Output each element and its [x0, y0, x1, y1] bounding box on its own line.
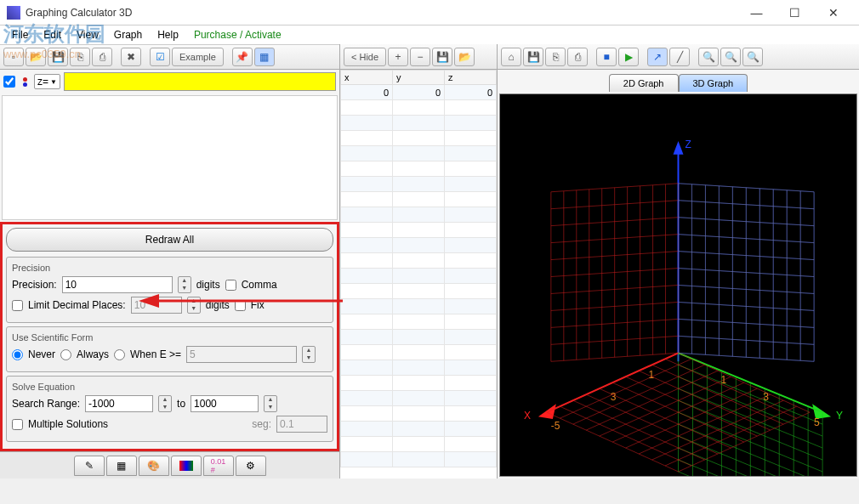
table-cell[interactable]	[393, 406, 445, 422]
comma-checkbox[interactable]	[225, 280, 236, 291]
tab-grid[interactable]: ▦	[106, 456, 137, 476]
table-cell[interactable]	[341, 406, 393, 422]
table-cell[interactable]	[393, 360, 445, 376]
menu-file[interactable]: File	[5, 27, 35, 42]
table-cell[interactable]	[393, 161, 445, 177]
range-from-input[interactable]	[85, 395, 153, 412]
open-button[interactable]: 📂	[26, 48, 46, 66]
equation-visible-checkbox[interactable]	[3, 76, 15, 88]
table-cell[interactable]	[445, 177, 497, 192]
precision-input[interactable]	[62, 276, 173, 293]
range-to-input[interactable]	[191, 395, 259, 412]
table-cell[interactable]	[393, 131, 445, 146]
table-cell[interactable]	[341, 131, 393, 146]
table-cell[interactable]	[445, 192, 497, 207]
table-cell[interactable]	[341, 223, 393, 238]
tab-2d-graph[interactable]: 2D Graph	[609, 74, 679, 92]
minimize-button[interactable]: —	[737, 1, 776, 25]
remove-row-button[interactable]: −	[410, 48, 430, 66]
table-cell[interactable]	[393, 391, 445, 406]
col-z[interactable]: z	[445, 71, 497, 85]
hide-button[interactable]: < Hide	[344, 48, 386, 66]
table-cell[interactable]	[341, 376, 393, 391]
table-cell[interactable]	[445, 269, 497, 284]
seg-input[interactable]	[276, 416, 327, 433]
table-cell[interactable]	[445, 452, 497, 467]
menu-help[interactable]: Help	[151, 27, 185, 42]
play-button[interactable]: ▶	[618, 48, 639, 66]
table-cell[interactable]	[445, 330, 497, 345]
table-cell[interactable]	[393, 192, 445, 207]
precision-spinner[interactable]: ▲▼	[178, 276, 191, 293]
zoom3-button[interactable]: 🔍	[742, 48, 763, 66]
image-save-button[interactable]: 💾	[523, 48, 543, 66]
table-cell[interactable]	[341, 360, 393, 376]
table-cell[interactable]	[341, 146, 393, 161]
table-cell[interactable]	[393, 116, 445, 131]
table-cell[interactable]	[341, 269, 393, 284]
table-cell[interactable]	[445, 207, 497, 223]
maximize-button[interactable]: ☐	[776, 1, 814, 25]
table-cell[interactable]: 0	[445, 85, 497, 100]
table-cell[interactable]	[341, 391, 393, 406]
new-button[interactable]: ▫	[3, 48, 24, 66]
table-cell[interactable]	[341, 330, 393, 345]
table-cell[interactable]	[445, 253, 497, 269]
delete-button[interactable]: ✖	[121, 48, 141, 66]
menu-purchase[interactable]: Purchase / Activate	[187, 27, 288, 42]
table-cell[interactable]	[445, 284, 497, 299]
tab-bars[interactable]	[171, 456, 202, 476]
table-cell[interactable]	[393, 299, 445, 314]
print-graph-button[interactable]: ⎙	[567, 48, 588, 66]
table-cell[interactable]	[393, 330, 445, 345]
equation-input[interactable]	[64, 72, 336, 91]
table-cell[interactable]	[341, 422, 393, 437]
tab-gear[interactable]: ⚙	[236, 456, 266, 476]
col-x[interactable]: x	[341, 71, 393, 85]
table-cell[interactable]	[445, 345, 497, 360]
table-cell[interactable]	[445, 100, 497, 116]
table-cell[interactable]	[341, 192, 393, 207]
table-cell[interactable]	[341, 100, 393, 116]
table-cell[interactable]	[393, 452, 445, 467]
table-cell[interactable]	[445, 146, 497, 161]
3d-graph-view[interactable]: Z X Y -5 3 1 1 3 5	[499, 93, 857, 477]
tab-precision[interactable]: 0.01#	[203, 456, 234, 476]
tab-pencil[interactable]: ✎	[74, 456, 105, 476]
menu-edit[interactable]: Edit	[37, 27, 68, 42]
table-cell[interactable]	[341, 314, 393, 330]
table-cell[interactable]	[445, 437, 497, 452]
table-cell[interactable]	[393, 422, 445, 437]
table-cell[interactable]	[393, 284, 445, 299]
table-cell[interactable]	[341, 284, 393, 299]
limit-decimal-spinner[interactable]: ▲▼	[187, 297, 201, 314]
table-cell[interactable]	[393, 207, 445, 223]
check-button[interactable]: ☑	[150, 48, 170, 66]
table-cell[interactable]	[445, 161, 497, 177]
table-cell[interactable]	[393, 253, 445, 269]
table-cell[interactable]	[445, 376, 497, 391]
when-e-input[interactable]	[186, 346, 297, 363]
add-row-button[interactable]: +	[388, 48, 408, 66]
range-to-spinner[interactable]: ▲▼	[264, 395, 277, 412]
equation-list-area[interactable]	[2, 95, 338, 220]
always-radio[interactable]	[60, 349, 71, 360]
table-cell[interactable]	[445, 360, 497, 376]
example-button[interactable]: Example	[172, 48, 224, 66]
never-radio[interactable]	[12, 349, 23, 360]
zoom2-button[interactable]: 🔍	[720, 48, 741, 66]
print-button[interactable]: ⎙	[92, 48, 112, 66]
col-y[interactable]: y	[393, 71, 445, 85]
rotate-button[interactable]: ↗	[647, 48, 668, 66]
table-cell[interactable]	[445, 422, 497, 437]
when-e-radio[interactable]	[114, 349, 125, 360]
save-button[interactable]: 💾	[48, 48, 68, 66]
home-button[interactable]: ⌂	[501, 48, 521, 66]
tab-palette[interactable]: 🎨	[139, 456, 169, 476]
table-cell[interactable]	[393, 269, 445, 284]
table-cell[interactable]	[393, 100, 445, 116]
table-cell[interactable]: 0	[393, 85, 445, 100]
table-cell[interactable]	[393, 146, 445, 161]
table-cell[interactable]	[341, 253, 393, 269]
fix-checkbox[interactable]	[235, 300, 246, 311]
